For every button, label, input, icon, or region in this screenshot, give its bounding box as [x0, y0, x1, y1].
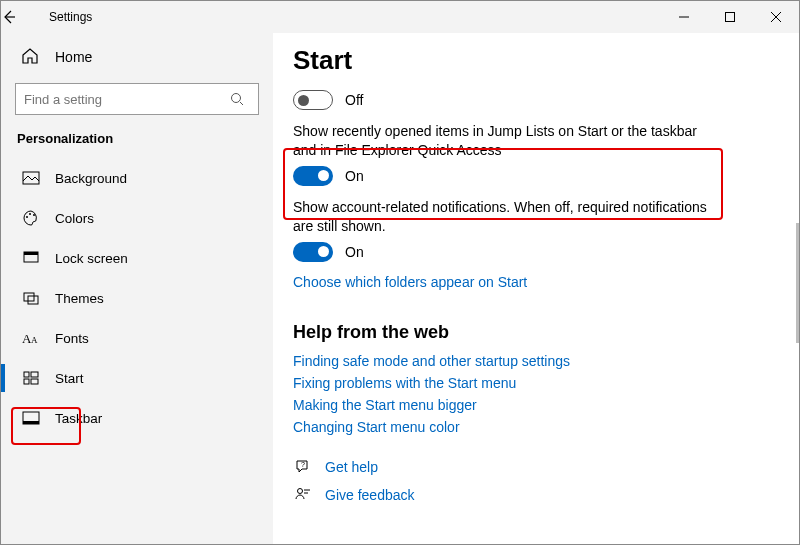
nav-item-label: Lock screen [41, 251, 128, 266]
svg-rect-0 [726, 13, 735, 22]
maximize-icon [725, 12, 735, 22]
toggle-switch-on[interactable] [293, 166, 333, 186]
titlebar: Settings [1, 1, 799, 33]
svg-rect-17 [23, 421, 39, 424]
close-icon [771, 12, 781, 22]
svg-text:A: A [31, 335, 38, 345]
toggle-switch-on[interactable] [293, 242, 333, 262]
window-title: Settings [45, 10, 92, 24]
help-link[interactable]: Making the Start menu bigger [293, 397, 779, 413]
svg-point-19 [298, 488, 303, 493]
nav-item-lockscreen[interactable]: Lock screen [1, 238, 273, 278]
nav-group-label: Personalization [1, 125, 273, 158]
scrollbar[interactable] [796, 223, 799, 343]
search-icon [230, 92, 258, 106]
sidebar: Home Personalization Background Colors [1, 33, 273, 545]
toggle-state-label: Off [345, 92, 363, 108]
minimize-button[interactable] [661, 1, 707, 33]
search-box[interactable] [15, 83, 259, 115]
give-feedback-link[interactable]: Give feedback [325, 487, 415, 503]
nav-home-label: Home [41, 49, 92, 65]
search-input[interactable] [16, 91, 230, 108]
back-button[interactable] [1, 9, 45, 25]
toggle-fullscreen[interactable]: Off [293, 90, 779, 110]
setting-accountnotif-label: Show account-related notifications. When… [293, 198, 723, 236]
palette-icon [21, 208, 41, 228]
svg-point-1 [232, 94, 241, 103]
svg-rect-7 [24, 252, 38, 255]
nav-item-label: Taskbar [41, 411, 102, 426]
nav-item-colors[interactable]: Colors [1, 198, 273, 238]
svg-rect-14 [24, 379, 29, 384]
minimize-icon [679, 12, 689, 22]
page-title: Start [293, 45, 779, 76]
nav-item-label: Themes [41, 291, 104, 306]
lockscreen-icon [21, 248, 41, 268]
nav-item-label: Fonts [41, 331, 89, 346]
toggle-jumplists[interactable]: On [293, 166, 779, 186]
help-link[interactable]: Changing Start menu color [293, 419, 779, 435]
cutoff-setting-label [293, 78, 779, 84]
footer-links: ? Get help Give feedback [293, 457, 779, 505]
picture-icon [21, 168, 41, 188]
fonts-icon: AA [21, 328, 41, 348]
svg-rect-15 [31, 379, 38, 384]
svg-point-5 [33, 214, 35, 216]
give-feedback-row[interactable]: Give feedback [293, 485, 779, 505]
toggle-switch-off[interactable] [293, 90, 333, 110]
content-pane: Start Off Show recently opened items in … [273, 33, 799, 545]
svg-rect-12 [24, 372, 29, 377]
nav-item-themes[interactable]: Themes [1, 278, 273, 318]
nav-item-background[interactable]: Background [1, 158, 273, 198]
close-button[interactable] [753, 1, 799, 33]
nav-item-start[interactable]: Start [1, 358, 273, 398]
maximize-button[interactable] [707, 1, 753, 33]
svg-point-3 [26, 216, 28, 218]
themes-icon [21, 288, 41, 308]
svg-rect-13 [31, 372, 38, 377]
window-controls [661, 1, 799, 33]
nav-item-taskbar[interactable]: Taskbar [1, 398, 273, 438]
feedback-icon [293, 485, 313, 505]
nav-item-label: Colors [41, 211, 94, 226]
get-help-link[interactable]: Get help [325, 459, 378, 475]
toggle-state-label: On [345, 244, 364, 260]
help-link[interactable]: Finding safe mode and other startup sett… [293, 353, 779, 369]
svg-rect-8 [24, 293, 34, 301]
svg-rect-9 [28, 296, 38, 304]
get-help-row[interactable]: ? Get help [293, 457, 779, 477]
nav-home[interactable]: Home [1, 39, 273, 75]
svg-point-4 [29, 213, 31, 215]
svg-text:?: ? [301, 461, 305, 468]
link-folders-on-start[interactable]: Choose which folders appear on Start [293, 274, 779, 290]
start-icon [21, 368, 41, 388]
taskbar-icon [21, 408, 41, 428]
setting-jumplists-label: Show recently opened items in Jump Lists… [293, 122, 723, 160]
nav-item-fonts[interactable]: AA Fonts [1, 318, 273, 358]
nav-item-label: Start [41, 371, 84, 386]
help-icon: ? [293, 457, 313, 477]
help-links: Finding safe mode and other startup sett… [293, 353, 779, 435]
toggle-state-label: On [345, 168, 364, 184]
home-icon [21, 47, 41, 67]
arrow-left-icon [1, 9, 17, 25]
nav-item-label: Background [41, 171, 127, 186]
toggle-accountnotif[interactable]: On [293, 242, 779, 262]
help-heading: Help from the web [293, 322, 779, 343]
help-link[interactable]: Fixing problems with the Start menu [293, 375, 779, 391]
